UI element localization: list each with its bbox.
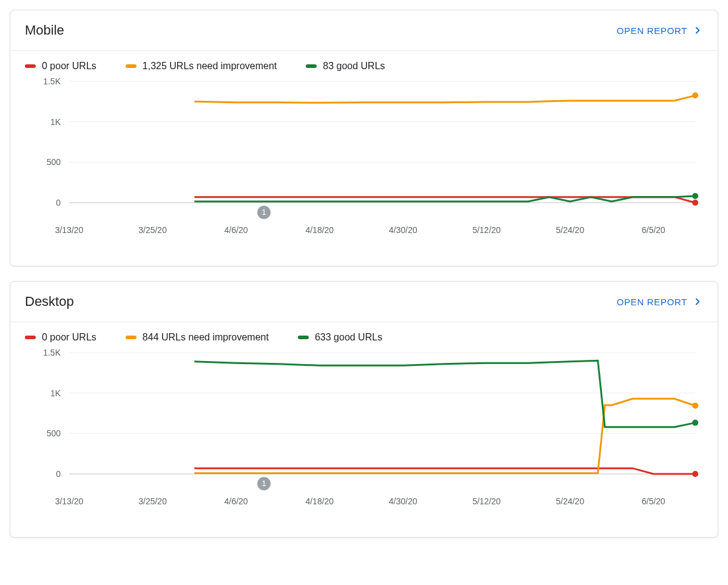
svg-text:4/30/20: 4/30/20 xyxy=(389,225,417,235)
svg-point-8 xyxy=(692,200,698,206)
svg-text:5/12/20: 5/12/20 xyxy=(473,496,501,506)
svg-text:4/30/20: 4/30/20 xyxy=(389,496,417,506)
good-swatch-icon xyxy=(298,336,309,339)
mobile-chart[interactable]: 05001K1.5K 1 3/13/203/25/204/6/204/18/20… xyxy=(10,75,718,266)
legend: 0 poor URLs 1,325 URLs need improvement … xyxy=(10,51,718,75)
open-report-link[interactable]: OPEN REPORT xyxy=(616,296,703,307)
svg-text:6/5/20: 6/5/20 xyxy=(642,225,666,235)
legend-item-good[interactable]: 633 good URLs xyxy=(298,332,382,343)
event-marker[interactable]: 1 xyxy=(257,206,271,219)
legend-label: 0 poor URLs xyxy=(42,332,96,343)
legend-item-improve[interactable]: 1,325 URLs need improvement xyxy=(126,61,277,72)
open-report-label: OPEN REPORT xyxy=(616,297,687,307)
card-title: Desktop xyxy=(25,294,74,309)
svg-text:1K: 1K xyxy=(50,388,61,398)
svg-text:500: 500 xyxy=(47,428,61,438)
open-report-link[interactable]: OPEN REPORT xyxy=(616,25,703,36)
legend-item-poor[interactable]: 0 poor URLs xyxy=(25,61,96,72)
open-report-label: OPEN REPORT xyxy=(616,25,687,36)
mobile-card: Mobile OPEN REPORT 0 poor URLs 1,325 URL… xyxy=(10,10,718,266)
improve-swatch-icon xyxy=(126,64,136,68)
chevron-right-icon xyxy=(692,296,703,307)
card-title: Mobile xyxy=(25,22,64,38)
svg-text:5/24/20: 5/24/20 xyxy=(556,225,584,235)
svg-text:0: 0 xyxy=(56,198,61,208)
svg-point-29 xyxy=(692,471,698,477)
legend-label: 83 good URLs xyxy=(323,61,385,72)
svg-text:1K: 1K xyxy=(50,117,61,127)
legend-item-poor[interactable]: 0 poor URLs xyxy=(25,332,96,343)
desktop-chart[interactable]: 05001K1.5K 1 3/13/203/25/204/6/204/18/20… xyxy=(10,347,718,537)
card-header: Desktop OPEN REPORT xyxy=(10,282,718,322)
legend: 0 poor URLs 844 URLs need improvement 63… xyxy=(10,322,718,347)
svg-text:6/5/20: 6/5/20 xyxy=(642,496,666,506)
svg-text:3/25/20: 3/25/20 xyxy=(138,225,167,235)
chevron-right-icon xyxy=(692,25,703,36)
desktop-card: Desktop OPEN REPORT 0 poor URLs 844 URLs… xyxy=(10,281,718,538)
svg-text:4/6/20: 4/6/20 xyxy=(224,225,248,235)
svg-text:4/6/20: 4/6/20 xyxy=(224,496,248,506)
svg-text:4/18/20: 4/18/20 xyxy=(305,496,334,506)
svg-text:3/13/20: 3/13/20 xyxy=(55,225,84,235)
improve-swatch-icon xyxy=(126,336,136,339)
svg-text:1.5K: 1.5K xyxy=(43,348,61,357)
svg-text:1: 1 xyxy=(261,208,266,217)
svg-text:4/18/20: 4/18/20 xyxy=(305,225,334,235)
svg-text:5/12/20: 5/12/20 xyxy=(473,225,501,235)
poor-swatch-icon xyxy=(25,336,36,339)
svg-text:1.5K: 1.5K xyxy=(43,76,61,86)
legend-label: 844 URLs need improvement xyxy=(143,332,269,343)
good-swatch-icon xyxy=(306,64,317,68)
svg-point-31 xyxy=(692,420,698,426)
svg-text:3/25/20: 3/25/20 xyxy=(138,496,167,506)
svg-point-30 xyxy=(692,402,698,408)
svg-text:1: 1 xyxy=(261,479,266,488)
legend-item-improve[interactable]: 844 URLs need improvement xyxy=(126,332,269,343)
svg-text:500: 500 xyxy=(47,157,61,167)
legend-label: 0 poor URLs xyxy=(42,61,96,72)
svg-text:3/13/20: 3/13/20 xyxy=(55,496,84,506)
legend-label: 1,325 URLs need improvement xyxy=(143,61,277,72)
svg-text:0: 0 xyxy=(56,469,61,479)
svg-point-10 xyxy=(692,193,698,199)
legend-label: 633 good URLs xyxy=(315,332,382,343)
svg-point-9 xyxy=(692,92,698,98)
legend-item-good[interactable]: 83 good URLs xyxy=(306,61,385,72)
poor-swatch-icon xyxy=(25,64,36,68)
event-marker[interactable]: 1 xyxy=(257,477,271,490)
card-header: Mobile OPEN REPORT xyxy=(10,10,718,51)
svg-text:5/24/20: 5/24/20 xyxy=(556,496,584,506)
